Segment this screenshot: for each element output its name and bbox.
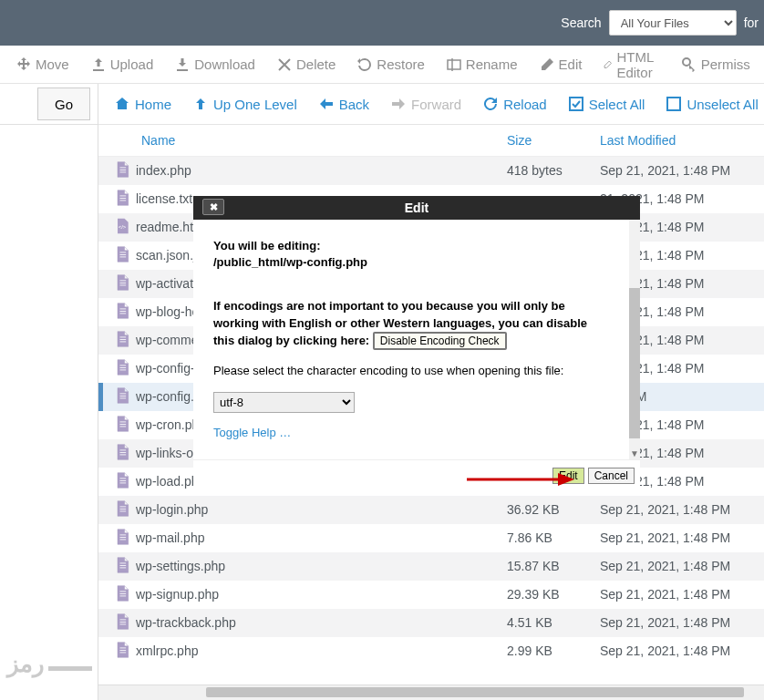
upload-button[interactable]: Upload (80, 57, 165, 72)
svg-rect-4 (448, 60, 460, 69)
search-suffix: for (744, 15, 759, 30)
svg-rect-7 (570, 98, 583, 110)
file-modified: Sep 21, 2021, 1:48 PM (594, 637, 764, 665)
encoding-select[interactable]: utf-8 (213, 392, 355, 413)
file-name: wp-signup.php (136, 581, 501, 609)
encoding-prompt: Please select the character encoding to … (213, 363, 609, 379)
table-row[interactable]: wp-settings.php15.87 KBSep 21, 2021, 1:4… (98, 552, 764, 581)
disable-encoding-button[interactable]: Disable Encoding Check (373, 332, 507, 350)
permissions-button[interactable]: Permiss (671, 57, 761, 72)
reload-button[interactable]: Reload (472, 97, 558, 112)
file-icon (113, 187, 131, 209)
file-modified: Sep 21, 2021, 1:48 PM (594, 496, 764, 524)
sub-toolbar: Home Up One Level Back Forward Reload Se… (98, 84, 764, 125)
file-name: xmlrpc.php (136, 637, 501, 665)
file-modified: Sep 21, 2021, 1:48 PM (594, 581, 764, 609)
table-row[interactable]: wp-signup.php29.39 KBSep 21, 2021, 1:48 … (98, 581, 764, 609)
file-modified: Sep 21, 2021, 1:48 PM (594, 609, 764, 637)
dialog-cancel-button[interactable]: Cancel (588, 468, 635, 484)
file-icon (113, 611, 131, 633)
back-button[interactable]: Back (308, 97, 380, 112)
file-icon (113, 385, 131, 407)
file-icon (113, 469, 131, 491)
forward-button[interactable]: Forward (380, 97, 472, 112)
go-button[interactable]: Go (37, 88, 90, 120)
home-button[interactable]: Home (104, 97, 182, 112)
delete-button[interactable]: Delete (266, 57, 346, 72)
file-name: index.php (136, 157, 501, 185)
file-icon (113, 159, 131, 180)
search-bar: Search All Your Files for (0, 0, 764, 46)
file-icon (113, 413, 131, 435)
file-size: 418 bytes (501, 157, 594, 185)
file-icon (113, 526, 131, 548)
edit-button[interactable]: Edit (529, 57, 594, 72)
pointer-arrow-icon (467, 471, 576, 488)
editing-label: You will be editing: /public_html/wp-con… (213, 238, 609, 271)
table-row[interactable]: wp-trackback.php4.51 KBSep 21, 2021, 1:4… (98, 609, 764, 637)
encoding-notice: If encodings are not important to you be… (213, 298, 609, 349)
toggle-help-link[interactable]: Toggle Help … (213, 426, 291, 439)
sidebar: Go (0, 84, 98, 700)
file-icon (113, 272, 131, 293)
file-size: 15.87 KB (501, 552, 594, 581)
dialog-titlebar: ✖ Edit (193, 196, 640, 220)
dialog-title: Edit (405, 201, 428, 215)
file-modified: Sep 21, 2021, 1:48 PM (594, 157, 764, 185)
file-icon (113, 215, 131, 237)
file-icon (113, 582, 131, 604)
file-icon (113, 639, 131, 661)
table-row[interactable]: wp-login.php36.92 KBSep 21, 2021, 1:48 P… (98, 496, 764, 524)
file-size: 4.51 KB (501, 609, 594, 637)
path-input[interactable] (0, 89, 37, 118)
horizontal-scrollbar[interactable] (98, 685, 764, 700)
file-size: 7.86 KB (501, 524, 594, 552)
file-icon (113, 554, 131, 576)
svg-rect-8 (667, 98, 680, 110)
file-name: wp-login.php (136, 496, 501, 524)
scroll-down-icon[interactable]: ▼ (630, 448, 639, 458)
up-one-level-button[interactable]: Up One Level (182, 97, 308, 112)
svg-marker-10 (558, 473, 574, 486)
rename-button[interactable]: Rename (436, 57, 529, 72)
file-size: 2.99 KB (501, 637, 594, 665)
file-icon (113, 498, 131, 520)
col-modified[interactable]: Last Modified (594, 125, 764, 157)
close-icon[interactable]: ✖ (202, 199, 224, 215)
select-all-button[interactable]: Select All (558, 97, 656, 112)
file-icon (113, 356, 131, 378)
file-icon (113, 328, 131, 350)
watermark: رمز (7, 650, 96, 678)
file-size: 29.39 KB (501, 581, 594, 609)
dialog-scrollbar[interactable] (629, 288, 640, 438)
table-row[interactable]: index.php418 bytesSep 21, 2021, 1:48 PM (98, 157, 764, 185)
file-modified: Sep 21, 2021, 1:48 PM (594, 524, 764, 552)
search-label: Search (561, 15, 601, 30)
file-icon (113, 441, 131, 463)
edit-dialog: ✖ Edit ▼ You will be editing: /public_ht… (193, 196, 640, 495)
file-name: wp-trackback.php (136, 609, 501, 637)
restore-button[interactable]: Restore (346, 57, 436, 72)
search-scope-select[interactable]: All Your Files (609, 10, 737, 36)
file-icon (113, 243, 131, 265)
file-name: wp-mail.php (136, 524, 501, 552)
col-name[interactable]: Name (136, 125, 501, 157)
move-button[interactable]: Move (5, 57, 80, 72)
svg-point-6 (683, 58, 690, 66)
main-toolbar: Move Upload Download Delete Restore Rena… (0, 46, 764, 84)
unselect-all-button[interactable]: Unselect All (656, 97, 764, 112)
html-editor-button[interactable]: HTML Editor (593, 49, 670, 80)
file-name: wp-settings.php (136, 552, 501, 581)
col-size[interactable]: Size (501, 125, 594, 157)
file-modified: Sep 21, 2021, 1:48 PM (594, 552, 764, 581)
table-row[interactable]: wp-mail.php7.86 KBSep 21, 2021, 1:48 PM (98, 524, 764, 552)
table-row[interactable]: xmlrpc.php2.99 KBSep 21, 2021, 1:48 PM (98, 637, 764, 665)
download-button[interactable]: Download (164, 57, 266, 72)
file-icon (113, 300, 131, 322)
file-size: 36.92 KB (501, 496, 594, 524)
